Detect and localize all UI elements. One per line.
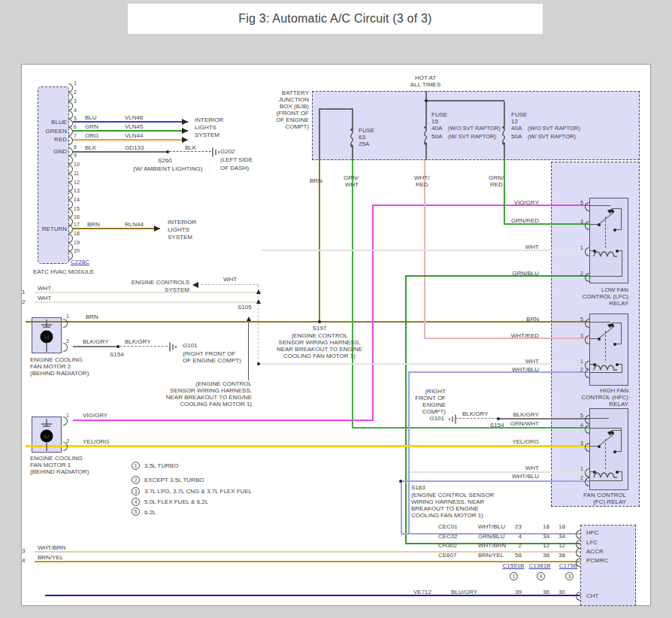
text-label: RED (490, 181, 503, 188)
text-label: COMPT) (422, 408, 446, 415)
wire (589, 428, 622, 429)
text-label: CEC01 (438, 523, 458, 530)
text-label: 3.5L TURBO (144, 462, 178, 469)
splice-dot (497, 417, 500, 420)
pin-arc (585, 247, 589, 256)
text-label: BRN (526, 316, 539, 323)
pin-arc (585, 273, 589, 282)
fan-motor-icon: M (32, 317, 62, 356)
text-label: LFC (586, 539, 598, 546)
splice-dot (399, 480, 402, 483)
hvac-pin-number: 18 (74, 231, 80, 237)
wire (73, 139, 188, 141)
text-label: 34 (543, 533, 549, 540)
text-label: YEL/ORG (83, 438, 110, 445)
text-label: (W/O SVT RAPTOR) (448, 126, 501, 132)
text-label: (FC) RELAY (593, 498, 626, 505)
text-label: (ENGINE CONTROL (195, 380, 252, 387)
hvac-pin-number: 2 (74, 89, 77, 95)
text-label: CONTROL (HFC) (581, 394, 628, 401)
svg-text:M: M (44, 433, 50, 441)
text-label: G101 (183, 342, 198, 349)
splice-dot (613, 229, 616, 232)
splice-dot (598, 445, 601, 448)
wire (73, 228, 160, 229)
hvac-pin-number: 8 (74, 144, 77, 150)
text-label: FUSE (511, 111, 527, 118)
figure-title-box: Fig 3: Automatic A/C Circuit (3 of 3) (128, 4, 543, 34)
text-label: 1 (580, 466, 583, 472)
text-label: BLK (185, 144, 196, 151)
text-label: RED (54, 136, 67, 143)
arrow-icon (256, 299, 261, 304)
text-label: RELAY (609, 300, 628, 307)
text-label: WHT/BRN (478, 542, 506, 549)
text-label: NEAR BREAKOUT TO ENGINE (277, 346, 362, 353)
splice-dot (257, 362, 260, 365)
note-ref-circle: 4 (132, 498, 140, 506)
fc-relay-label: FAN CONTROL (583, 492, 626, 498)
text-label: 12 (543, 542, 549, 549)
ground-icon (168, 341, 178, 356)
wire (410, 471, 589, 473)
hvac-pin-number: 20 (74, 248, 80, 254)
wire (401, 481, 402, 534)
text-label: 1 (580, 245, 583, 251)
text-label: (RIGHT (425, 388, 446, 395)
text-label: EXCEPT 3.5L TURBO (144, 477, 204, 483)
arrow-icon (154, 226, 160, 232)
text-label: RED (416, 181, 428, 188)
text-label: INTERIOR (168, 219, 196, 226)
hvac-pin-number: 3 (74, 98, 77, 105)
wire (405, 275, 407, 544)
arrow-icon (247, 317, 251, 321)
wire (73, 420, 374, 421)
text-label: ENGINE (422, 401, 446, 408)
bjb-label: BATTERY (282, 89, 309, 96)
text-label: CHT (586, 592, 598, 599)
text-label: WHT/BRN (38, 544, 65, 551)
text-label: JUNCTION (279, 96, 309, 103)
wire (425, 100, 504, 101)
text-label: GND (53, 148, 67, 155)
pin-arc (576, 548, 580, 557)
fan-motor-2-label: ENGINE COOLING (30, 356, 83, 363)
hvac-pin-number: 9 (74, 153, 77, 159)
wire (73, 130, 188, 132)
text-label: 23 (515, 523, 522, 530)
text-label: S154 (110, 351, 124, 358)
text-label: VIO/GRY (83, 412, 107, 419)
text-label: G101 (429, 415, 444, 422)
text-label: (RIGHT FRONT OF (183, 350, 235, 357)
text-label: WHT (345, 181, 359, 188)
wire (401, 480, 589, 482)
fan-motor-1-label: ENGINE COOLING (30, 455, 83, 462)
text-label: BLK (85, 144, 96, 151)
wire (73, 151, 168, 153)
fuse-icon (421, 126, 431, 149)
text-label: CEC02 (438, 533, 458, 540)
text-label: WHT (525, 465, 539, 471)
wire (504, 160, 505, 225)
note-ref-circle: 2 (132, 476, 140, 484)
text-label: 2 (22, 298, 25, 305)
text-label: ALL TIMES (410, 81, 440, 88)
wire (73, 121, 188, 123)
note-ref-circle: 5 (132, 507, 140, 516)
hvac-pin-number: 19 (74, 240, 80, 246)
wire (248, 319, 249, 380)
splice-dot (117, 345, 120, 348)
text-label: FAN MOTOR 2 (30, 363, 71, 370)
text-label: YEL/ORG (512, 438, 539, 445)
text-label: FAN MOTOR 1 (30, 462, 71, 468)
text-label: BRN (87, 221, 100, 228)
text-label: RETURN (42, 226, 67, 232)
wire (498, 418, 589, 420)
wire (622, 364, 622, 373)
eatc-hvac-module-label: EATC HVAC MODULE (33, 268, 94, 275)
text-label: HOT AT (415, 74, 436, 81)
text-label: GRN/ (344, 174, 359, 181)
text-label: WHT (525, 358, 539, 365)
text-label: WHT/BLU (478, 523, 505, 530)
hvac-pin-number: 16 (74, 214, 80, 220)
